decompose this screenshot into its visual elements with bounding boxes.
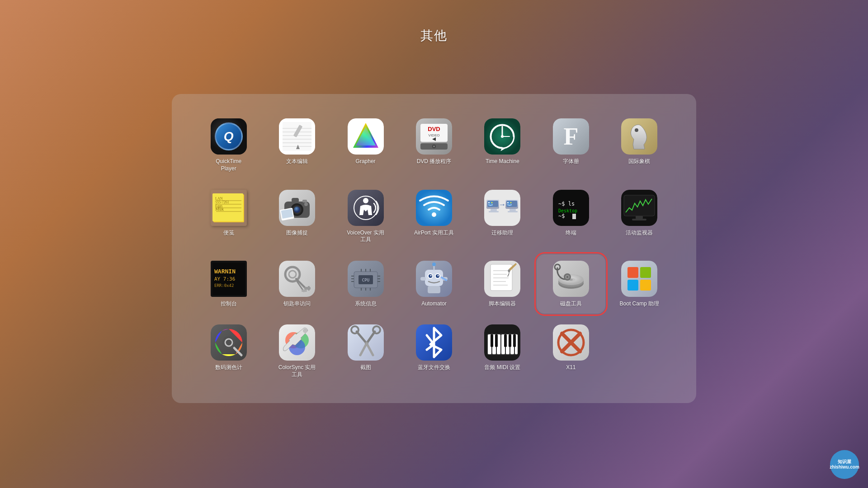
app-item-imagecapture[interactable]: 图像捕捉 xyxy=(263,183,331,250)
app-item-colorsync[interactable]: ColorSync 实用工具 xyxy=(263,318,331,385)
midi-icon xyxy=(484,324,520,361)
svg-rect-176 xyxy=(495,334,498,347)
svg-rect-77 xyxy=(553,190,589,226)
app-label-textedit: 文本编辑 xyxy=(286,158,308,165)
watermark-line1: 知识屋 xyxy=(838,459,851,465)
svg-rect-0 xyxy=(211,118,247,155)
app-item-timemachine[interactable]: Time Machine xyxy=(468,112,537,178)
activity-icon xyxy=(621,190,657,226)
textedit-icon xyxy=(279,118,315,155)
page-title: 其他 xyxy=(420,27,448,44)
timemachine-icon xyxy=(484,118,520,155)
app-label-colorsync: ColorSync 实用工具 xyxy=(277,364,317,378)
app-item-chess[interactable]: 国际象棋 xyxy=(605,112,674,178)
colorimeter-icon xyxy=(211,324,247,361)
app-item-stickies[interactable]: LAN 555-7261 Eggs Muk 便笺 xyxy=(194,183,263,250)
app-item-sysinfo[interactable]: CPU 系统信息 xyxy=(331,254,400,314)
quicktime-icon: Q xyxy=(211,118,247,155)
app-label-dvd: DVD 播放程序 xyxy=(417,158,452,165)
app-item-quicktime[interactable]: Q QuickTime Player xyxy=(194,112,263,178)
svg-point-67 xyxy=(488,202,490,203)
voiceover-icon xyxy=(348,190,384,226)
grapher-icon xyxy=(348,118,384,155)
svg-text:~$ ls: ~$ ls xyxy=(558,201,575,207)
svg-point-160 xyxy=(303,328,307,333)
app-label-sysinfo: 系统信息 xyxy=(355,300,377,308)
app-item-x11[interactable]: X11 xyxy=(537,318,605,385)
airport-icon xyxy=(416,190,452,226)
svg-text:DVD: DVD xyxy=(428,126,440,132)
app-item-midi[interactable]: 音频 MIDI 设置 xyxy=(468,318,537,385)
app-item-automator[interactable]: Automator xyxy=(400,254,468,314)
app-label-airport: AirPort 实用工具 xyxy=(414,230,454,237)
svg-point-76 xyxy=(510,202,512,203)
svg-rect-175 xyxy=(491,334,493,347)
automator-icon xyxy=(416,261,452,297)
svg-point-75 xyxy=(507,202,509,203)
app-item-bootcamp[interactable]: Boot Camp 助理 xyxy=(605,254,674,314)
svg-point-1 xyxy=(216,124,241,149)
app-label-keychain: 钥匙串访问 xyxy=(283,300,311,308)
app-label-automator: Automator xyxy=(421,300,446,308)
svg-rect-178 xyxy=(509,334,511,347)
app-grid-container: Q QuickTime Player xyxy=(172,94,696,403)
app-label-migration: 迁移助理 xyxy=(491,230,513,237)
svg-point-124 xyxy=(432,263,436,266)
svg-text:F: F xyxy=(563,123,578,150)
app-item-dvd[interactable]: DVD VIDEO DVD 播放程序 xyxy=(400,112,468,178)
app-item-bluetooth[interactable]: 蓝牙文件交换 xyxy=(400,318,468,385)
app-item-scripteditor[interactable]: 脚本编辑器 xyxy=(468,254,537,314)
app-label-timemachine: Time Machine xyxy=(486,158,519,165)
svg-text:WARNIN: WARNIN xyxy=(214,268,236,275)
app-item-grab[interactable]: 截图 xyxy=(331,318,400,385)
app-item-textedit[interactable]: 文本编辑 xyxy=(263,112,331,178)
keychain-icon xyxy=(279,261,315,297)
app-item-console[interactable]: WARNIN AY 7:36 ERR:0x42 控制台 xyxy=(194,254,263,314)
svg-rect-81 xyxy=(572,214,576,219)
app-label-x11: X11 xyxy=(566,364,576,371)
app-item-grapher[interactable]: Grapher xyxy=(331,112,400,178)
svg-rect-150 xyxy=(627,280,638,291)
svg-rect-72 xyxy=(509,209,516,211)
svg-text:CPU: CPU xyxy=(362,278,369,282)
svg-rect-147 xyxy=(621,261,657,297)
app-label-stickies: 便笺 xyxy=(223,230,234,237)
svg-text:~$: ~$ xyxy=(558,213,565,219)
diskutility-icon xyxy=(553,261,589,297)
svg-point-59 xyxy=(432,212,436,217)
app-item-diskutility[interactable]: 磁盘工具 xyxy=(537,254,605,314)
app-item-fontbook[interactable]: F 字体册 xyxy=(537,112,605,178)
svg-rect-51 xyxy=(302,200,307,202)
app-item-terminal[interactable]: ~$ ls Desktop ~$ 终端 xyxy=(537,183,605,250)
app-label-bootcamp: Boot Camp 助理 xyxy=(620,300,659,308)
svg-point-68 xyxy=(491,202,493,203)
svg-rect-83 xyxy=(624,195,655,216)
app-label-bluetooth: 蓝牙文件交换 xyxy=(418,364,450,371)
svg-rect-84 xyxy=(636,216,643,219)
app-label-terminal: 终端 xyxy=(566,230,576,237)
app-item-keychain[interactable]: 钥匙串访问 xyxy=(263,254,331,314)
svg-rect-50 xyxy=(292,198,299,202)
svg-point-57 xyxy=(363,198,368,203)
svg-point-34 xyxy=(635,128,638,132)
app-label-diskutility: 磁盘工具 xyxy=(560,300,582,308)
app-label-console: 控制台 xyxy=(221,300,237,308)
app-item-voiceover[interactable]: VoiceOver 实用工具 xyxy=(331,183,400,250)
svg-text:→: → xyxy=(499,201,506,208)
x11-icon xyxy=(553,324,589,361)
app-item-colorimeter[interactable]: 数码测色计 xyxy=(194,318,263,385)
svg-rect-64 xyxy=(491,209,497,211)
app-item-airport[interactable]: AirPort 实用工具 xyxy=(400,183,468,250)
app-item-activity[interactable]: 活动监视器 xyxy=(605,183,674,250)
app-label-chess: 国际象棋 xyxy=(628,158,650,165)
svg-rect-73 xyxy=(508,211,518,212)
svg-text:VIDEO: VIDEO xyxy=(429,133,440,137)
svg-rect-179 xyxy=(513,334,516,347)
svg-point-153 xyxy=(222,336,235,349)
app-label-grapher: Grapher xyxy=(356,158,376,165)
svg-rect-151 xyxy=(640,280,651,291)
app-item-migration[interactable]: → xyxy=(468,183,537,250)
svg-text:Muk: Muk xyxy=(215,206,224,211)
grab-icon xyxy=(348,324,384,361)
app-label-colorimeter: 数码测色计 xyxy=(215,364,242,371)
